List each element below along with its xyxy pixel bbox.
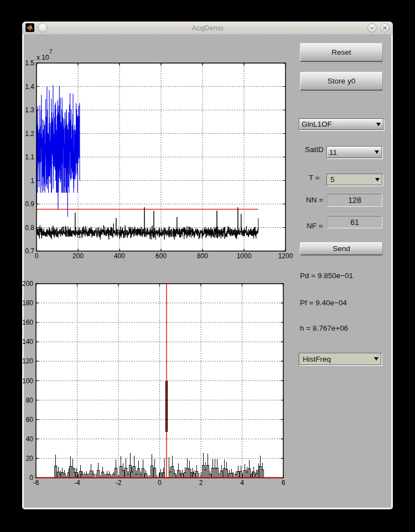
svg-text:40: 40 [26, 435, 34, 443]
svg-text:1.4: 1.4 [25, 83, 34, 91]
svg-text:4: 4 [240, 479, 244, 487]
svg-text:180: 180 [22, 299, 33, 307]
svg-text:0: 0 [158, 479, 162, 487]
svg-text:140: 140 [22, 338, 33, 346]
svg-text:0.9: 0.9 [25, 200, 34, 208]
svg-text:0.7: 0.7 [25, 247, 34, 255]
svg-text:0: 0 [35, 252, 39, 260]
svg-text:1: 1 [30, 177, 34, 185]
svg-text:2: 2 [199, 479, 203, 487]
svg-text:800: 800 [197, 252, 208, 260]
svg-text:-4: -4 [74, 479, 80, 487]
svg-text:7: 7 [49, 49, 53, 55]
svg-text:1200: 1200 [278, 252, 293, 260]
svg-text:80: 80 [26, 397, 34, 404]
svg-text:1.3: 1.3 [25, 106, 34, 114]
svg-text:200: 200 [22, 280, 33, 288]
svg-text:120: 120 [22, 357, 33, 365]
svg-text:1.2: 1.2 [25, 130, 34, 138]
svg-text:-2: -2 [116, 479, 122, 487]
svg-text:400: 400 [114, 252, 125, 260]
svg-text:600: 600 [155, 252, 167, 260]
svg-text:-6: -6 [33, 479, 39, 487]
svg-text:1.5: 1.5 [25, 59, 34, 67]
svg-text:6: 6 [282, 479, 286, 487]
svg-text:20: 20 [26, 455, 34, 462]
svg-text:0.8: 0.8 [25, 224, 34, 232]
svg-text:x 10: x 10 [37, 54, 49, 61]
svg-text:1.1: 1.1 [25, 153, 34, 161]
svg-text:200: 200 [72, 252, 84, 260]
svg-text:100: 100 [22, 377, 33, 385]
svg-text:160: 160 [22, 319, 33, 326]
svg-text:1000: 1000 [237, 252, 252, 260]
svg-text:60: 60 [26, 416, 34, 424]
